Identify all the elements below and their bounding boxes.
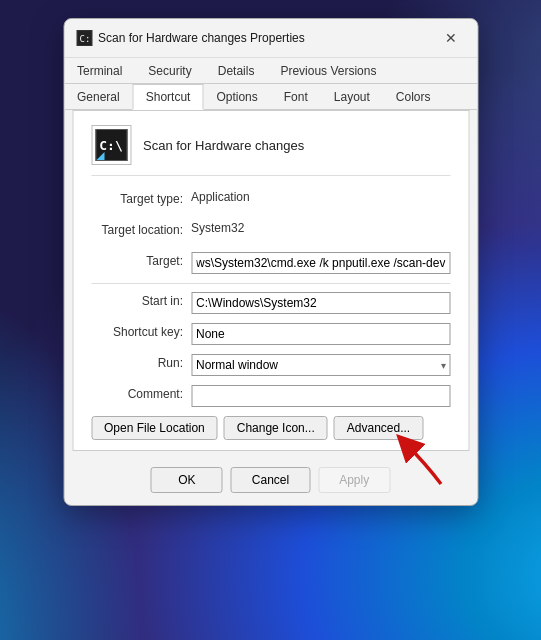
cancel-button[interactable]: Cancel xyxy=(231,467,310,493)
target-location-row: Target location: System32 xyxy=(91,221,450,243)
run-select[interactable]: Normal window Minimized Maximized xyxy=(191,354,450,376)
target-label: Target: xyxy=(91,252,191,268)
target-row: Target: xyxy=(91,252,450,274)
bottom-buttons-row: OK Cancel Apply xyxy=(64,459,477,505)
tab-general[interactable]: General xyxy=(64,84,133,109)
dialog-title: Scan for Hardware changes Properties xyxy=(98,31,305,45)
titlebar: C: Scan for Hardware changes Properties … xyxy=(64,19,477,58)
tab-font[interactable]: Font xyxy=(271,84,321,109)
run-label: Run: xyxy=(91,354,191,370)
target-location-label: Target location: xyxy=(91,221,191,237)
window-icon: C: xyxy=(76,30,92,46)
comment-input[interactable] xyxy=(191,385,450,407)
svg-text:C:: C: xyxy=(79,34,90,44)
content-area: C:\ Scan for Hardware changes Target typ… xyxy=(72,110,469,451)
comment-row: Comment: xyxy=(91,385,450,407)
dialog-window: C: Scan for Hardware changes Properties … xyxy=(63,18,478,506)
shortcut-key-row: Shortcut key: xyxy=(91,323,450,345)
target-type-label: Target type: xyxy=(91,190,191,206)
ok-button[interactable]: OK xyxy=(151,467,223,493)
tabs-row1: Terminal Security Details Previous Versi… xyxy=(64,58,477,83)
tab-details[interactable]: Details xyxy=(205,58,268,83)
start-in-row: Start in: xyxy=(91,292,450,314)
tabs-row2: General Shortcut Options Font Layout Col… xyxy=(64,83,477,110)
tab-terminal[interactable]: Terminal xyxy=(64,58,135,83)
tab-layout[interactable]: Layout xyxy=(321,84,383,109)
action-buttons: Open File Location Change Icon... Advanc… xyxy=(91,416,450,440)
start-in-input[interactable] xyxy=(191,292,450,314)
open-file-location-button[interactable]: Open File Location xyxy=(91,416,218,440)
target-location-value: System32 xyxy=(191,221,450,235)
tab-colors[interactable]: Colors xyxy=(383,84,444,109)
shortcut-key-input[interactable] xyxy=(191,323,450,345)
tab-previous-versions[interactable]: Previous Versions xyxy=(267,58,389,83)
titlebar-left: C: Scan for Hardware changes Properties xyxy=(76,30,305,46)
target-type-value: Application xyxy=(191,190,450,204)
change-icon-button[interactable]: Change Icon... xyxy=(224,416,328,440)
start-in-label: Start in: xyxy=(91,292,191,308)
target-input[interactable] xyxy=(191,252,450,274)
close-button[interactable]: ✕ xyxy=(437,27,465,49)
divider-1 xyxy=(91,283,450,284)
tab-shortcut[interactable]: Shortcut xyxy=(133,84,204,110)
app-header: C:\ Scan for Hardware changes xyxy=(91,125,450,176)
comment-label: Comment: xyxy=(91,385,191,401)
run-row: Run: Normal window Minimized Maximized ▾ xyxy=(91,354,450,376)
app-name: Scan for Hardware changes xyxy=(143,138,304,153)
apply-button[interactable]: Apply xyxy=(318,467,390,493)
shortcut-key-label: Shortcut key: xyxy=(91,323,191,339)
target-type-row: Target type: Application xyxy=(91,190,450,212)
cmd-icon: C:\ xyxy=(95,129,127,161)
tab-security[interactable]: Security xyxy=(135,58,204,83)
advanced-button[interactable]: Advanced... xyxy=(334,416,423,440)
tab-options[interactable]: Options xyxy=(203,84,270,109)
cmd-prompt-text: C:\ xyxy=(99,139,122,152)
run-select-wrap: Normal window Minimized Maximized ▾ xyxy=(191,354,450,376)
app-icon: C:\ xyxy=(91,125,131,165)
